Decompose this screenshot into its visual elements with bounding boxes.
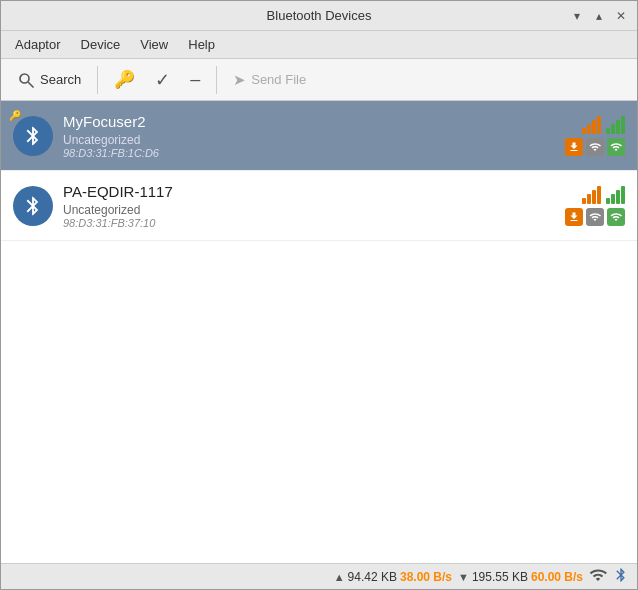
maximize-button[interactable]: ▴	[591, 8, 607, 24]
signal-area-2	[565, 186, 625, 226]
network-status-icon	[589, 566, 607, 587]
network-icon-2	[610, 211, 622, 223]
search-group: Search	[9, 67, 89, 93]
up-bytes: 94.42 KB	[348, 570, 397, 584]
status-download: ▼ 195.55 KB 60.00 B/s	[458, 570, 583, 584]
confirm-button[interactable]: ✓	[147, 65, 178, 95]
titlebar: Bluetooth Devices ▾ ▴ ✕	[1, 1, 637, 31]
window-controls: ▾ ▴ ✕	[569, 8, 629, 24]
sendfile-group: ➤ Send File	[225, 67, 314, 93]
menu-adaptor[interactable]: Adaptor	[5, 33, 71, 56]
up-rate: 38.00 B/s	[400, 570, 452, 584]
bt-symbol-2	[22, 195, 44, 217]
device-mac-1: 98:D3:31:FB:1C:D6	[63, 147, 565, 159]
action-group: 🔑 ✓ –	[106, 65, 208, 95]
status-icons-2	[565, 208, 625, 226]
search-icon	[17, 71, 35, 89]
bt-symbol-1	[22, 125, 44, 147]
device-list: 🔑 MyFocuser2 Uncategorized 98:D3:31:FB:1…	[1, 101, 637, 563]
toolbar: Search 🔑 ✓ – ➤ Send File	[1, 59, 637, 101]
status-icon-orange-2	[565, 208, 583, 226]
menu-device[interactable]: Device	[71, 33, 131, 56]
send-file-label: Send File	[251, 72, 306, 87]
device-category-1: Uncategorized	[63, 133, 565, 147]
down-rate: 60.00 B/s	[531, 570, 583, 584]
signal-icons-1	[582, 116, 625, 134]
status-icon-green-2	[607, 208, 625, 226]
device-category-2: Uncategorized	[63, 203, 565, 217]
dash-icon: –	[190, 69, 200, 90]
signal-icons-2	[582, 186, 625, 204]
bluetooth-status-icon	[613, 567, 629, 586]
menu-view[interactable]: View	[130, 33, 178, 56]
device-item-myfocuser2[interactable]: 🔑 MyFocuser2 Uncategorized 98:D3:31:FB:1…	[1, 101, 637, 171]
bluetooth-icon-2	[13, 186, 53, 226]
check-icon: ✓	[155, 69, 170, 91]
device-info-2: PA-EQDIR-1117 Uncategorized 98:D3:31:FB:…	[63, 183, 565, 229]
down-arrow-icon: ▼	[458, 571, 469, 583]
download-icon-1	[568, 141, 580, 153]
status-icon-wifi-1	[586, 138, 604, 156]
signal-bars-orange-2	[582, 186, 601, 204]
minimize-button[interactable]: ▾	[569, 8, 585, 24]
toolbar-separator-2	[216, 66, 217, 94]
key-overlay-icon: 🔑	[9, 110, 21, 121]
key-button[interactable]: 🔑	[106, 65, 143, 94]
wifi-icon-1	[589, 141, 601, 153]
status-icon-wifi-2	[586, 208, 604, 226]
send-icon: ➤	[233, 71, 246, 89]
status-icon-green-1	[607, 138, 625, 156]
signal-bars-orange-1	[582, 116, 601, 134]
signal-area-1	[565, 116, 625, 156]
up-arrow-icon: ▲	[334, 571, 345, 583]
search-label: Search	[40, 72, 81, 87]
status-upload: ▲ 94.42 KB 38.00 B/s	[334, 570, 452, 584]
svg-point-0	[20, 74, 29, 83]
signal-bars-green-2	[606, 186, 625, 204]
search-button[interactable]: Search	[9, 67, 89, 93]
menubar: Adaptor Device View Help	[1, 31, 637, 59]
network-icon-1	[610, 141, 622, 153]
signal-bars-green-1	[606, 116, 625, 134]
device-name-1: MyFocuser2	[63, 113, 565, 130]
device-item-pa-eqdir[interactable]: PA-EQDIR-1117 Uncategorized 98:D3:31:FB:…	[1, 171, 637, 241]
window-title: Bluetooth Devices	[69, 8, 569, 23]
send-file-button[interactable]: ➤ Send File	[225, 67, 314, 93]
toolbar-separator-1	[97, 66, 98, 94]
svg-line-1	[28, 82, 33, 87]
remove-button[interactable]: –	[182, 65, 208, 94]
download-icon-2	[568, 211, 580, 223]
status-icon-orange-1	[565, 138, 583, 156]
device-info-1: MyFocuser2 Uncategorized 98:D3:31:FB:1C:…	[63, 113, 565, 159]
device-mac-2: 98:D3:31:FB:37:10	[63, 217, 565, 229]
bluetooth-icon-1: 🔑	[13, 116, 53, 156]
key-icon: 🔑	[114, 69, 135, 90]
device-name-2: PA-EQDIR-1117	[63, 183, 565, 200]
close-button[interactable]: ✕	[613, 8, 629, 24]
statusbar: ▲ 94.42 KB 38.00 B/s ▼ 195.55 KB 60.00 B…	[1, 563, 637, 589]
status-icons-1	[565, 138, 625, 156]
down-bytes: 195.55 KB	[472, 570, 528, 584]
menu-help[interactable]: Help	[178, 33, 225, 56]
wifi-icon-2	[589, 211, 601, 223]
